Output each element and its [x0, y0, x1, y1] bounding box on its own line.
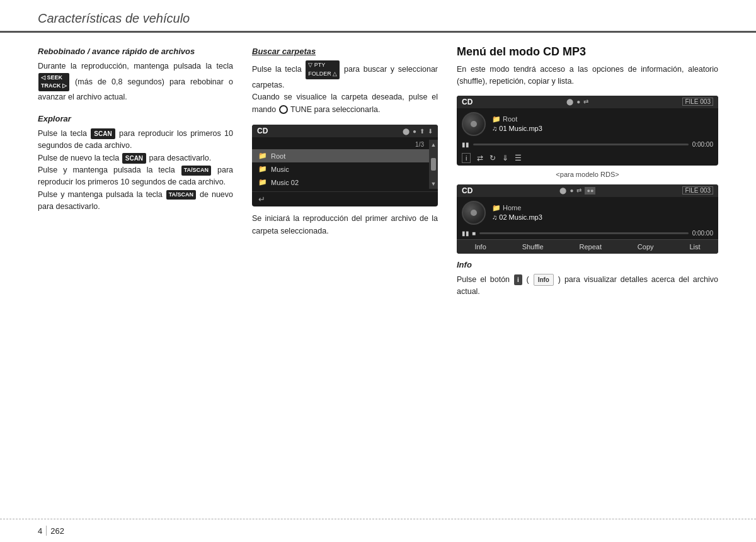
cd-screen2-folder: 📁 Home — [492, 204, 713, 212]
cd-screen2-track: ♫ 02 Music.mp3 — [492, 213, 713, 221]
folder-item-root[interactable]: 📁 Root — [252, 149, 429, 162]
page-divider — [46, 526, 47, 536]
cd-screen2-file-num: FILE 003 — [682, 186, 713, 195]
right-column: Menú del modo CD MP3 En este modo tendrá… — [457, 45, 718, 307]
folder-icon-root: 📁 — [258, 152, 267, 160]
cd-screen-2: CD ⬤ ● ⇄ ●● FILE 003 📁 Home — [457, 184, 718, 254]
dot1-icon: ● — [576, 98, 580, 105]
folder-list: 1/3 📁 Root 📁 Music 📁 Music 02 — [252, 137, 438, 191]
footer-info-btn[interactable]: Info — [474, 243, 486, 251]
list-icon-s1[interactable]: ☰ — [515, 154, 522, 162]
repeat-icon-s1[interactable]: ↻ — [490, 154, 496, 162]
seek-track-key: ◁ SEEKTRACK ▷ — [38, 73, 69, 92]
page-header: Características de vehículo — [0, 0, 756, 33]
explorar-body2: Pulse de nuevo la tecla SCAN para desact… — [38, 152, 233, 164]
folder-icon-s2: 📁 — [492, 204, 501, 212]
bt2-icon: ⬤ — [559, 187, 566, 194]
page-title: Características de vehículo — [38, 11, 718, 26]
section-rebobinado-body: Durante la reproducción, mantenga pulsad… — [38, 60, 233, 104]
folder-key: ▽ PTYFOLDER △ — [306, 60, 340, 79]
cd-screen2-header: CD ⬤ ● ⇄ ●● FILE 003 — [457, 184, 718, 197]
folder-count: 1/3 — [415, 141, 424, 148]
shuffle-icon-s1[interactable]: ⇄ — [477, 154, 483, 162]
cd-screen2-label: CD — [462, 186, 472, 195]
footer-list-btn[interactable]: List — [689, 243, 700, 251]
page-num-main: 4 — [38, 526, 42, 536]
pause2-icon: ▮▮ — [462, 230, 469, 237]
cd-screen1-header: CD ⬤ ● ⇄ FILE 003 — [457, 96, 718, 108]
dot-control-icon: ■ — [472, 230, 476, 237]
folder-item-music02[interactable]: 📁 Music 02 — [252, 176, 429, 189]
cd-disc-1 — [462, 112, 486, 136]
cd-screen2-progress-bar — [479, 232, 689, 234]
bluetooth-icon: ⬤ — [403, 128, 410, 135]
folder-item-music[interactable]: 📁 Music — [252, 162, 429, 176]
cd-screen1-body: 📁 Root ♫ 01 Music.mp3 — [457, 108, 718, 140]
info-section: Info Pulse el botón i ( Info ) para visu… — [457, 259, 718, 298]
buscar-carpetas-title: Buscar carpetas — [252, 45, 438, 58]
folder-item-music02-label: Music 02 — [271, 179, 299, 186]
folder-icon-music02: 📁 — [258, 178, 267, 186]
tascan-key-1: TA/SCAN — [181, 166, 211, 176]
explorar-body3: Pulse y mantenga pulsada la tecla TA/SCA… — [38, 164, 233, 189]
cd-screen1-time: 0:00:00 — [692, 141, 713, 148]
cd-screen2-progress: ▮▮ ■ 0:00:00 — [457, 229, 718, 239]
mid-column: Buscar carpetas Pulse la tecla ▽ PTYFOLD… — [252, 45, 438, 307]
left-column: Rebobinado / avance rápido de archivos D… — [38, 45, 233, 307]
explorar-body4: Pulse y mantenga pulsada la tecla TA/SCA… — [38, 189, 233, 213]
footer-shuffle-btn[interactable]: Shuffle — [522, 243, 544, 251]
usb-icon: ⬆ — [420, 128, 425, 135]
cd-screen2-header-icons: ⬤ ● ⇄ ●● — [559, 187, 595, 195]
section-explorar: Explorar Pulse la tecla SCAN para reprod… — [38, 113, 233, 213]
cd-screen1-progress-bar — [473, 144, 689, 145]
cd-screen2-controls: ▮▮ ■ — [462, 230, 476, 237]
section-rebobinado: Rebobinado / avance rápido de archivos D… — [38, 45, 233, 104]
buscar-carpetas-body2: Cuando se visualice la carpeta deseada, … — [252, 91, 438, 116]
tune-circle-icon — [279, 105, 288, 114]
scrollbar-thumb — [431, 158, 436, 171]
folder-browser-screen: CD ⬤ ● ⬆ ⬇ 1/3 📁 Root — [252, 125, 438, 206]
cd-screen2-time: 0:00:00 — [692, 230, 713, 237]
dot-icon: ● — [413, 128, 416, 135]
download-icon-s1[interactable]: ⇓ — [502, 154, 508, 162]
info-label-badge: Info — [534, 274, 554, 286]
buscar-carpetas-after: Se iniciará la reproducción del primer a… — [252, 213, 438, 237]
buscar-carpetas-body: Pulse la tecla ▽ PTYFOLDER △ para buscar… — [252, 60, 438, 91]
cd-screen1-track: ♫ 01 Music.mp3 — [492, 125, 713, 132]
scroll-down-arrow: ▼ — [431, 181, 437, 187]
footer-repeat-btn[interactable]: Repeat — [580, 243, 602, 251]
folder-item-root-label: Root — [271, 152, 285, 160]
model-note: <para modelo RDS> — [457, 171, 718, 178]
info-icon-s1[interactable]: i — [462, 153, 471, 163]
dot2-icon: ● — [570, 187, 573, 194]
explorar-body1: Pulse la tecla SCAN para reproducir los … — [38, 128, 233, 152]
folder-scrollbar[interactable]: ▲ ▼ — [429, 140, 438, 189]
cd-screen1-folder: 📁 Root — [492, 115, 713, 123]
folder-icon-s1: 📁 — [492, 115, 501, 123]
back-arrow-icon: ↵ — [258, 195, 265, 204]
cd-screen1-label: CD — [462, 98, 472, 106]
info-icon-badge: i — [514, 274, 522, 286]
cd-screen1-progress: ▮▮ 0:00:00 — [457, 140, 718, 150]
cd-disc-inner-2 — [471, 210, 477, 216]
cd-screen1-bottom-icons: i ⇄ ↻ ⇓ ☰ — [457, 150, 718, 166]
scan-key-2: SCAN — [122, 153, 146, 164]
section-buscar-carpetas: Buscar carpetas Pulse la tecla ▽ PTYFOLD… — [252, 45, 438, 116]
footer-copy-btn[interactable]: Copy — [638, 243, 654, 251]
bt-icon: ⬤ — [566, 98, 573, 105]
menu-title: Menú del modo CD MP3 — [457, 45, 718, 59]
cd-screen2-info: 📁 Home ♫ 02 Music.mp3 — [492, 204, 713, 221]
usb2-icon: ⬇ — [428, 128, 433, 135]
page-footer: 4 262 — [0, 519, 756, 542]
tascan-key-2: TA/SCAN — [166, 190, 196, 200]
menu-desc: En este modo tendrá acceso a las opcione… — [457, 64, 718, 88]
usb2b-icon: ●● — [585, 187, 595, 195]
cd-screen1-header-icons: ⬤ ● ⇄ — [566, 98, 588, 105]
cd-screen1-controls: ▮▮ — [462, 141, 469, 148]
cd-screen1-info: 📁 Root ♫ 01 Music.mp3 — [492, 115, 713, 132]
folder-screen-header: CD ⬤ ● ⬆ ⬇ — [252, 125, 438, 137]
folder-back-button[interactable]: ↵ — [252, 191, 438, 206]
usb1-icon: ⇄ — [583, 98, 588, 105]
usb2a-icon: ⇄ — [576, 187, 581, 194]
folder-list-items: 1/3 📁 Root 📁 Music 📁 Music 02 — [252, 140, 429, 189]
